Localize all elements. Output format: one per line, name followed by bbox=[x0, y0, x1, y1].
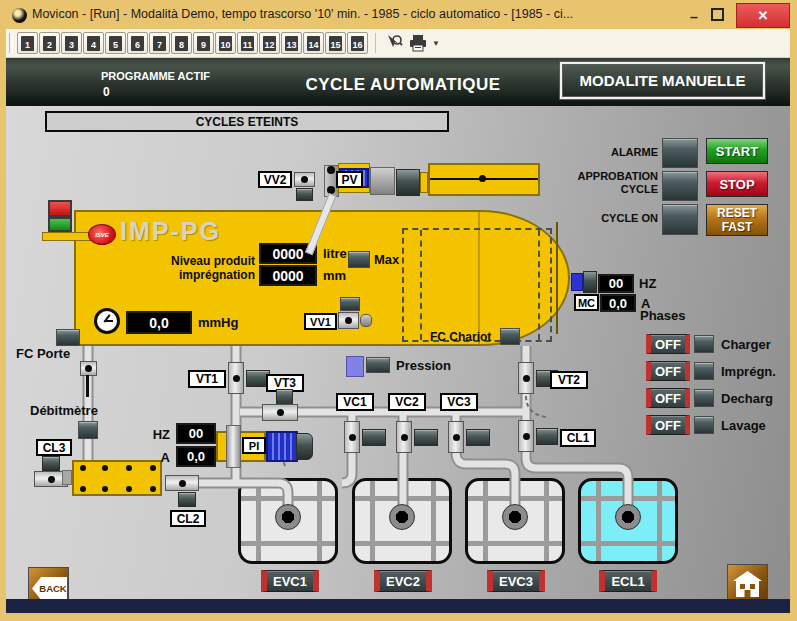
maker-logo: ISVE bbox=[88, 224, 116, 245]
autoclave-door-seam bbox=[556, 222, 558, 334]
mc-label: MC bbox=[574, 294, 599, 311]
vacuum-display: 0,0 bbox=[126, 311, 192, 334]
movicon-window: { "window": { "title": "Movicon - [Run] … bbox=[0, 0, 797, 621]
tank-button-evc1[interactable]: EVC1 bbox=[261, 570, 319, 592]
level-mm-display: 0000 bbox=[259, 265, 317, 286]
fc-chariot-indicator bbox=[500, 328, 520, 345]
vv1-indicator bbox=[340, 297, 360, 311]
pump-hz-unit: HZ bbox=[146, 428, 170, 441]
pump-amp-display: 0,0 bbox=[176, 446, 216, 467]
fc-chariot-label: FC Chariot bbox=[430, 330, 491, 344]
valve-cl1[interactable] bbox=[518, 420, 534, 452]
pipe-coupling bbox=[420, 172, 428, 193]
valve-label-cl2: CL2 bbox=[170, 510, 206, 527]
pression-sensor bbox=[346, 356, 364, 377]
valve-label-vc2: VC2 bbox=[388, 393, 426, 411]
valve-label-vc3: VC3 bbox=[440, 393, 478, 411]
valve-vv1[interactable] bbox=[338, 312, 359, 329]
debitmetre-sensor bbox=[78, 421, 98, 439]
cl2-actuator bbox=[178, 492, 196, 507]
tank-button-ecl1[interactable]: ECL1 bbox=[599, 570, 657, 592]
litre-unit: litre bbox=[323, 246, 347, 261]
tank-cap-ecl1 bbox=[615, 504, 641, 530]
footer-bar bbox=[6, 599, 790, 613]
mc-hz-display: 00 bbox=[598, 274, 634, 293]
mc-motor bbox=[583, 271, 597, 293]
max-label: Max bbox=[374, 252, 399, 267]
tank-button-evc2[interactable]: EVC2 bbox=[374, 570, 432, 592]
pump-motor bbox=[266, 431, 298, 462]
door-sensor bbox=[80, 361, 97, 376]
piston-end-block bbox=[396, 169, 420, 196]
door-rail-pin bbox=[479, 175, 486, 182]
mc-amp-display: 0,0 bbox=[600, 294, 636, 312]
vc2-actuator bbox=[414, 429, 438, 446]
valve-label-vc1: VC1 bbox=[336, 393, 374, 411]
tank-button-evc3[interactable]: EVC3 bbox=[487, 570, 545, 592]
valve-cl2[interactable] bbox=[165, 475, 199, 491]
vc3-actuator bbox=[466, 429, 490, 446]
valve-label-vv1: VV1 bbox=[304, 313, 337, 330]
valve-vt2[interactable] bbox=[518, 362, 534, 394]
pump-amp-unit: A bbox=[146, 451, 170, 464]
vacuum-gauge-icon bbox=[94, 308, 120, 334]
valve-vt1[interactable] bbox=[228, 362, 244, 394]
chariot-outline bbox=[402, 228, 552, 342]
piston-gray-block bbox=[370, 167, 395, 195]
pump-shaft bbox=[226, 425, 241, 468]
valve-label-vt2: VT2 bbox=[550, 371, 588, 389]
stack-light-red bbox=[48, 200, 72, 217]
vc1-actuator bbox=[362, 429, 386, 446]
impregnation-label: imprégnation bbox=[179, 268, 255, 282]
door-sensor-stem bbox=[86, 375, 89, 397]
valve-label-pv: PV bbox=[336, 171, 363, 188]
stack-light-green bbox=[48, 217, 72, 232]
pump-motor-cap bbox=[296, 433, 313, 460]
valve-label-cl1: CL1 bbox=[560, 429, 596, 447]
cl1-actuator bbox=[536, 428, 558, 445]
mmhg-unit: mmHg bbox=[198, 315, 238, 330]
valve-vt3[interactable] bbox=[262, 404, 298, 421]
mm-unit: mm bbox=[323, 268, 346, 283]
niveau-produit-label: Niveau produit bbox=[171, 254, 255, 268]
valve-vv2[interactable] bbox=[294, 172, 315, 187]
pump-hz-display: 00 bbox=[176, 423, 216, 444]
autoclave-brand: IMP-PG bbox=[120, 217, 221, 246]
exchanger-inlet bbox=[62, 470, 72, 485]
pression-label: Pression bbox=[396, 358, 451, 373]
vv2-actuator bbox=[296, 188, 313, 201]
debitmetre-label: Débitmètre bbox=[30, 403, 98, 418]
fc-porte-indicator bbox=[56, 329, 80, 346]
pump-label: PI bbox=[242, 437, 266, 454]
valve-label-cl3: CL3 bbox=[36, 439, 72, 456]
joint-pin-top bbox=[327, 166, 335, 174]
vv1-cap bbox=[360, 314, 372, 327]
mc-coupling bbox=[571, 273, 583, 291]
cl3-actuator bbox=[42, 456, 60, 471]
tank-cap-evc1 bbox=[275, 504, 301, 530]
valve-label-vv2: VV2 bbox=[258, 171, 292, 188]
fc-porte-label: FC Porte bbox=[16, 346, 70, 361]
valve-vc3[interactable] bbox=[448, 421, 464, 453]
tank-cap-evc2 bbox=[389, 504, 415, 530]
tank-cap-evc3 bbox=[502, 504, 528, 530]
pression-indicator bbox=[366, 357, 390, 373]
max-level-indicator bbox=[348, 251, 370, 268]
mc-hz-unit: HZ bbox=[639, 276, 656, 291]
valve-label-vt1: VT1 bbox=[188, 370, 226, 388]
valve-vc2[interactable] bbox=[396, 421, 412, 453]
valve-vc1[interactable] bbox=[344, 421, 360, 453]
mc-amp-unit: A bbox=[641, 296, 650, 311]
